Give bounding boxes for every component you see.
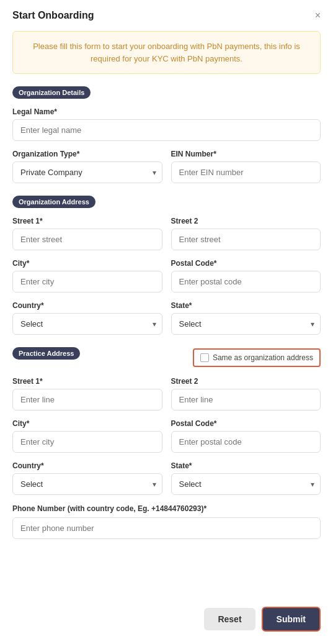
practice-street1-label: Street 1* (12, 377, 162, 386)
org-streets-row: Street 1* Street 2 (12, 217, 321, 250)
footer-row: Reset Submit (204, 607, 321, 632)
practice-state-select[interactable]: Select California New York Texas (171, 473, 321, 495)
legal-name-row: Legal Name* (12, 107, 321, 141)
org-type-wrapper: Private Company Public Company Non-Profi… (12, 161, 162, 183)
practice-street2-input[interactable] (171, 389, 321, 410)
practice-state-label: State* (171, 461, 321, 470)
practice-city-postal-row: City* Postal Code* (12, 419, 321, 453)
org-country-select[interactable]: Select United States Canada United Kingd… (12, 313, 162, 335)
practice-country-select[interactable]: Select United States Canada United Kingd… (12, 473, 162, 495)
org-type-col: Organization Type* Private Company Publi… (12, 150, 162, 183)
ein-input[interactable] (171, 161, 321, 183)
modal-header: Start Onboarding × (12, 10, 321, 21)
org-street2-col: Street 2 (171, 217, 321, 250)
practice-street1-col: Street 1* (12, 377, 162, 410)
org-street2-input[interactable] (171, 229, 321, 250)
same-address-checkbox[interactable] (200, 353, 209, 362)
legal-name-label: Legal Name* (12, 107, 321, 116)
org-street2-label: Street 2 (171, 217, 321, 225)
org-country-col: Country* Select United States Canada Uni… (12, 301, 162, 335)
practice-postal-col: Postal Code* (171, 419, 321, 453)
phone-row: Phone Number (with country code, Eg. +14… (12, 504, 321, 539)
practice-country-wrapper: Select United States Canada United Kingd… (12, 473, 162, 495)
close-button[interactable]: × (315, 11, 321, 20)
org-city-input[interactable] (12, 271, 162, 293)
org-street1-col: Street 1* (12, 217, 162, 250)
org-address-section: Organization Address Street 1* Street 2 … (12, 196, 321, 335)
modal-title: Start Onboarding (12, 10, 94, 21)
same-address-label: Same as organization address (213, 353, 313, 362)
org-city-label: City* (12, 259, 162, 268)
practice-address-section: Practice Address Same as organization ad… (12, 347, 321, 539)
org-state-label: State* (171, 301, 321, 310)
info-banner: Please fill this form to start your onbo… (12, 31, 321, 74)
org-city-col: City* (12, 259, 162, 293)
reset-button[interactable]: Reset (204, 608, 255, 630)
practice-city-col: City* (12, 419, 162, 453)
practice-header-row: Practice Address Same as organization ad… (12, 347, 321, 368)
org-details-badge: Organization Details (12, 86, 91, 99)
same-address-box[interactable]: Same as organization address (193, 348, 321, 367)
practice-streets-row: Street 1* Street 2 (12, 377, 321, 410)
org-street1-input[interactable] (12, 229, 162, 250)
org-type-ein-row: Organization Type* Private Company Publi… (12, 150, 321, 183)
practice-state-wrapper: Select California New York Texas ▾ (171, 473, 321, 495)
org-postal-input[interactable] (171, 271, 321, 293)
org-country-state-row: Country* Select United States Canada Uni… (12, 301, 321, 335)
info-banner-text: Please fill this form to start your onbo… (23, 40, 310, 65)
practice-country-col: Country* Select United States Canada Uni… (12, 461, 162, 495)
org-state-select[interactable]: Select California New York Texas (171, 313, 321, 335)
phone-label: Phone Number (with country code, Eg. +14… (12, 504, 321, 514)
org-street1-label: Street 1* (12, 217, 162, 225)
org-state-col: State* Select California New York Texas … (171, 301, 321, 335)
org-postal-col: Postal Code* (171, 259, 321, 293)
practice-street1-input[interactable] (12, 389, 162, 410)
ein-label: EIN Number* (171, 150, 321, 158)
practice-country-label: Country* (12, 461, 162, 470)
org-city-postal-row: City* Postal Code* (12, 259, 321, 293)
practice-address-badge: Practice Address (12, 347, 80, 360)
legal-name-col: Legal Name* (12, 107, 321, 141)
phone-col: Phone Number (with country code, Eg. +14… (12, 504, 321, 539)
org-country-label: Country* (12, 301, 162, 310)
practice-street2-col: Street 2 (171, 377, 321, 410)
practice-state-col: State* Select California New York Texas … (171, 461, 321, 495)
submit-button[interactable]: Submit (262, 607, 321, 632)
practice-postal-input[interactable] (171, 431, 321, 453)
phone-input[interactable] (12, 517, 321, 539)
org-country-wrapper: Select United States Canada United Kingd… (12, 313, 162, 335)
org-type-label: Organization Type* (12, 150, 162, 158)
org-state-wrapper: Select California New York Texas ▾ (171, 313, 321, 335)
org-address-badge: Organization Address (12, 196, 95, 208)
org-type-select[interactable]: Private Company Public Company Non-Profi… (12, 161, 162, 183)
practice-city-input[interactable] (12, 431, 162, 453)
legal-name-input[interactable] (12, 119, 321, 141)
org-details-section: Organization Details Legal Name* Organiz… (12, 86, 321, 183)
ein-col: EIN Number* (171, 150, 321, 183)
org-postal-label: Postal Code* (171, 259, 321, 268)
practice-street2-label: Street 2 (171, 377, 321, 386)
practice-city-label: City* (12, 419, 162, 428)
modal: Start Onboarding × Please fill this form… (0, 0, 333, 644)
practice-postal-label: Postal Code* (171, 419, 321, 428)
practice-country-state-row: Country* Select United States Canada Uni… (12, 461, 321, 495)
